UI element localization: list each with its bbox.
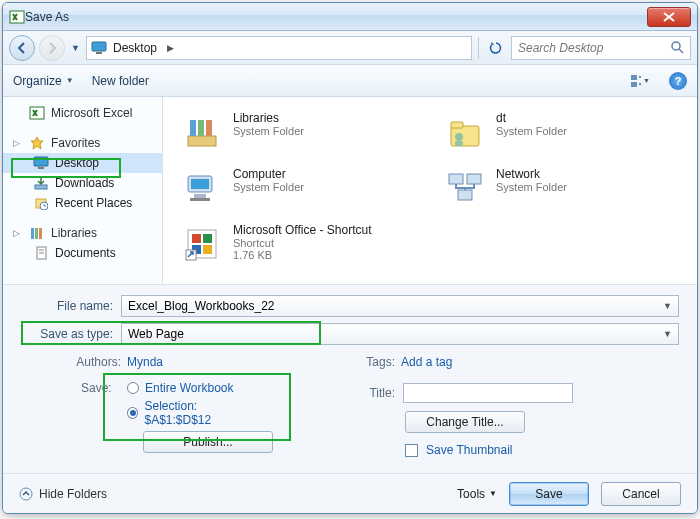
nav-recent-places[interactable]: Recent Places	[3, 193, 162, 213]
tools-button[interactable]: Tools ▼	[457, 487, 497, 501]
item-name: Microsoft Office - Shortcut	[233, 223, 372, 237]
breadcrumb-caret-icon[interactable]: ▶	[163, 43, 178, 53]
filename-value: Excel_Blog_Workbooks_22	[128, 299, 275, 313]
chevron-down-icon: ▼	[663, 329, 672, 339]
help-button[interactable]: ?	[669, 72, 687, 90]
chevron-down-icon: ▼	[489, 489, 497, 498]
svg-rect-16	[35, 228, 38, 239]
saveastype-select[interactable]: Web Page ▼	[121, 323, 679, 345]
twisty-icon: ▷	[13, 228, 23, 238]
item-size: 1.76 KB	[233, 249, 372, 261]
svg-rect-9	[30, 107, 44, 119]
save-label: Save:	[81, 381, 121, 395]
breadcrumb[interactable]: Desktop ▶	[86, 36, 472, 60]
nav-documents[interactable]: Documents	[3, 243, 162, 263]
item-sub: System Folder	[496, 181, 567, 193]
item-name: Network	[496, 167, 567, 181]
close-button[interactable]	[647, 7, 691, 27]
title-input[interactable]	[403, 383, 573, 403]
svg-rect-0	[10, 11, 24, 23]
save-thumbnail-label: Save Thumbnail	[426, 443, 513, 457]
nav-libraries[interactable]: ▷ Libraries	[3, 223, 162, 243]
nav-libraries-label: Libraries	[51, 226, 97, 240]
svg-rect-24	[206, 120, 212, 136]
cancel-button[interactable]: Cancel	[601, 482, 681, 506]
tags-value[interactable]: Add a tag	[401, 355, 452, 369]
svg-rect-40	[203, 245, 212, 254]
svg-rect-37	[192, 234, 201, 243]
filename-label: File name:	[21, 299, 121, 313]
svg-point-27	[455, 133, 463, 141]
refresh-button[interactable]	[485, 37, 507, 59]
item-name: dt	[496, 111, 567, 125]
chevron-down-icon: ▼	[643, 77, 650, 84]
libraries-icon	[29, 225, 45, 241]
hide-folders-button[interactable]: Hide Folders	[19, 487, 107, 501]
filename-input[interactable]: Excel_Blog_Workbooks_22 ▼	[121, 295, 679, 317]
forward-button[interactable]	[39, 35, 65, 61]
office-shortcut-icon	[181, 223, 223, 265]
nav-favorites-label: Favorites	[51, 136, 100, 150]
nav-favorites[interactable]: ▷ Favorites	[3, 133, 162, 153]
network-icon	[444, 167, 486, 209]
item-computer[interactable]: Computer System Folder	[177, 163, 420, 213]
chevron-up-icon	[19, 487, 33, 501]
radio-entire-workbook[interactable]	[127, 382, 139, 394]
navigation-pane: Microsoft Excel ▷ Favorites Desktop	[3, 97, 163, 284]
tools-label: Tools	[457, 487, 485, 501]
authors-value[interactable]: Mynda	[127, 355, 163, 369]
svg-rect-21	[188, 136, 216, 146]
publish-button[interactable]: Publish...	[143, 431, 273, 453]
nav-downloads-label: Downloads	[55, 176, 114, 190]
item-dt[interactable]: dt System Folder	[440, 107, 683, 157]
save-thumbnail-checkbox[interactable]	[405, 444, 418, 457]
nav-excel-label: Microsoft Excel	[51, 106, 132, 120]
svg-rect-2	[96, 52, 102, 54]
svg-rect-22	[190, 120, 196, 136]
svg-point-3	[672, 42, 680, 50]
save-scope-group: Save: Entire Workbook Selection: $A$1:$D…	[71, 375, 271, 459]
excel-icon	[29, 105, 45, 121]
back-button[interactable]	[9, 35, 35, 61]
search-icon	[671, 41, 684, 54]
nav-excel[interactable]: Microsoft Excel	[3, 103, 162, 123]
svg-rect-23	[198, 120, 204, 136]
saveastype-label: Save as type:	[21, 327, 121, 341]
nav-documents-label: Documents	[55, 246, 116, 260]
nav-downloads[interactable]: Downloads	[3, 173, 162, 193]
recent-icon	[33, 195, 49, 211]
tags-label: Tags:	[355, 355, 395, 369]
authors-label: Authors:	[61, 355, 121, 369]
save-label: Save	[535, 487, 562, 501]
search-placeholder: Search Desktop	[518, 41, 603, 55]
nav-recent-label: Recent Places	[55, 196, 132, 210]
svg-rect-17	[39, 228, 42, 239]
svg-rect-1	[92, 42, 106, 51]
organize-button[interactable]: Organize ▼	[13, 74, 74, 88]
nav-history-dropdown[interactable]: ▼	[69, 35, 82, 61]
file-list[interactable]: Libraries System Folder dt System Folder	[163, 97, 697, 284]
radio-entire-label: Entire Workbook	[145, 381, 233, 395]
svg-point-42	[20, 488, 32, 500]
item-office-shortcut[interactable]: Microsoft Office - Shortcut Shortcut 1.7…	[177, 219, 420, 269]
view-options-button[interactable]: ▼	[629, 71, 651, 91]
change-title-button[interactable]: Change Title...	[405, 411, 525, 433]
new-folder-button[interactable]: New folder	[92, 74, 149, 88]
radio-selection[interactable]	[127, 407, 138, 419]
svg-rect-12	[35, 185, 47, 189]
excel-icon	[9, 9, 25, 25]
svg-rect-33	[449, 174, 463, 184]
organize-label: Organize	[13, 74, 62, 88]
item-sub: System Folder	[233, 125, 304, 137]
nav-desktop[interactable]: Desktop	[3, 153, 162, 173]
item-sub: System Folder	[496, 125, 567, 137]
search-box[interactable]: Search Desktop	[511, 36, 691, 60]
user-folder-icon	[444, 111, 486, 153]
item-network[interactable]: Network System Folder	[440, 163, 683, 213]
new-folder-label: New folder	[92, 74, 149, 88]
save-button[interactable]: Save	[509, 482, 589, 506]
item-name: Libraries	[233, 111, 304, 125]
item-libraries[interactable]: Libraries System Folder	[177, 107, 420, 157]
cancel-label: Cancel	[622, 487, 659, 501]
publish-label: Publish...	[183, 435, 232, 449]
